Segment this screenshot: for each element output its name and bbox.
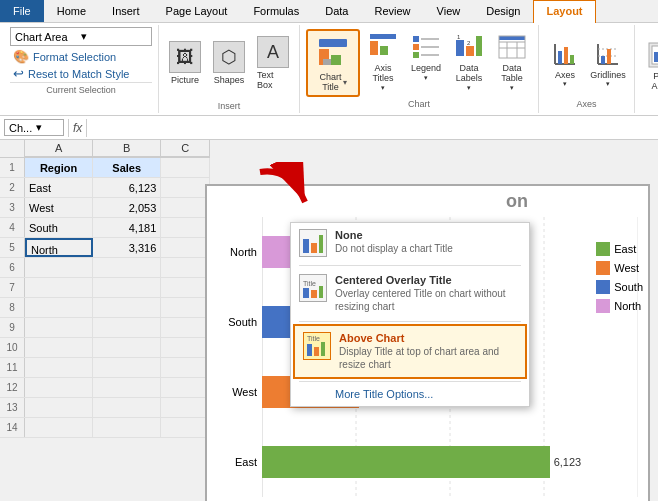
reset-match-style-btn[interactable]: ↩ Reset to Match Style: [10, 65, 152, 82]
formula-bar: Ch... ▾ fx: [0, 116, 658, 140]
axes-btn[interactable]: Axes ▾: [545, 36, 585, 91]
ribbon-content: Chart Area ▾ 🎨 Format Selection ↩ Reset …: [0, 23, 658, 115]
gridlines-btn[interactable]: Gridlines ▾: [588, 36, 628, 91]
cell-b4[interactable]: 4,181: [93, 218, 161, 237]
svg-rect-2: [331, 55, 341, 65]
tab-view[interactable]: View: [424, 0, 474, 22]
legend-item-west: West: [596, 261, 643, 275]
cell-c3[interactable]: [161, 198, 210, 217]
axis-titles-arrow: ▾: [381, 84, 385, 92]
insert-group-label: Insert: [165, 99, 293, 111]
legend-color-west: [596, 261, 610, 275]
tab-page-layout[interactable]: Page Layout: [153, 0, 241, 22]
tab-layout[interactable]: Layout: [533, 0, 595, 23]
plot-area-btn[interactable]: PlotArea ▾: [641, 37, 658, 102]
plot-area-buttons: PlotArea ▾: [641, 29, 658, 109]
tab-home[interactable]: Home: [44, 0, 99, 22]
cell-a5[interactable]: North: [25, 238, 93, 257]
ribbon-tab-bar: File Home Insert Page Layout Formulas Da…: [0, 0, 658, 23]
menu-separator-3: [299, 381, 521, 382]
svg-rect-45: [311, 243, 317, 253]
svg-rect-44: [303, 239, 309, 253]
cell-c4[interactable]: [161, 218, 210, 237]
cell-c1[interactable]: [161, 158, 210, 177]
col-header-c[interactable]: C: [161, 140, 210, 157]
cell-c2[interactable]: [161, 178, 210, 197]
chart-area-dropdown[interactable]: Chart Area ▾: [10, 27, 152, 46]
svg-rect-28: [570, 55, 574, 64]
legend-label-west: West: [614, 262, 639, 274]
cell-c5[interactable]: [161, 238, 210, 257]
data-table-label: DataTable: [501, 64, 523, 84]
textbox-btn[interactable]: A Text Box: [253, 34, 293, 92]
plot-area-label: PlotArea: [651, 72, 658, 92]
none-menu-text: None Do not display a chart Title: [335, 229, 521, 255]
legend-item-east: East: [596, 242, 643, 256]
col-header-a[interactable]: A: [25, 140, 93, 157]
svg-rect-48: [303, 288, 309, 298]
tab-insert[interactable]: Insert: [99, 0, 153, 22]
above-chart-icon: Title: [303, 332, 331, 360]
col-header-b[interactable]: B: [93, 140, 161, 157]
picture-btn[interactable]: 🖼 Picture: [165, 39, 205, 87]
svg-text:2: 2: [467, 40, 471, 46]
bar-east-fill: [262, 446, 550, 478]
formula-input[interactable]: [91, 121, 654, 135]
cell-a2[interactable]: East: [25, 178, 93, 197]
axes-group: Axes ▾ Gridlines ▾ Axes: [539, 25, 635, 113]
tab-file[interactable]: File: [0, 0, 44, 22]
cell-b1[interactable]: Sales: [93, 158, 161, 177]
row-num-header-cell: [0, 140, 25, 157]
axes-arrow: ▾: [563, 80, 567, 88]
svg-rect-4: [370, 34, 396, 39]
row-num-1: 1: [0, 158, 25, 177]
data-labels-label: DataLabels: [456, 64, 483, 84]
row-num-5: 5: [0, 238, 25, 257]
svg-rect-26: [558, 51, 562, 64]
col-headers: A B C: [0, 140, 210, 158]
formula-separator2: [86, 119, 87, 137]
cell-a4[interactable]: South: [25, 218, 93, 237]
format-selection-btn[interactable]: 🎨 Format Selection: [10, 48, 152, 65]
tab-design[interactable]: Design: [473, 0, 533, 22]
y-label-west: West: [217, 386, 262, 398]
legend-icon: [410, 31, 442, 63]
axis-titles-label: AxisTitles: [372, 64, 393, 84]
tab-formulas[interactable]: Formulas: [240, 0, 312, 22]
centered-overlay-icon: Title: [299, 274, 327, 302]
fx-label: fx: [73, 121, 82, 135]
tab-review[interactable]: Review: [361, 0, 423, 22]
gridlines-arrow: ▾: [606, 80, 610, 88]
table-row: 5 North 3,316: [0, 238, 210, 258]
svg-rect-7: [413, 36, 419, 42]
row-num-3: 3: [0, 198, 25, 217]
cell-b5[interactable]: 3,316: [93, 238, 161, 257]
more-title-options[interactable]: More Title Options...: [291, 384, 529, 406]
menu-item-centered-overlay[interactable]: Title Centered Overlay Title Overlay cen…: [291, 268, 529, 319]
svg-rect-54: [321, 342, 325, 356]
none-chart-icon: [299, 229, 327, 257]
spreadsheet: A B C 1 Region Sales 2 East 6,123 3 West…: [0, 140, 210, 501]
data-table-btn[interactable]: DataTable ▾: [492, 29, 532, 94]
chart-title-btn[interactable]: ChartTitle ▾: [306, 29, 360, 97]
dropdown-arrow-icon: ▾: [81, 30, 147, 43]
cell-b3[interactable]: 2,053: [93, 198, 161, 217]
cell-b2[interactable]: 6,123: [93, 178, 161, 197]
menu-item-none[interactable]: None Do not display a chart Title: [291, 223, 529, 263]
tab-data[interactable]: Data: [312, 0, 361, 22]
shapes-btn[interactable]: ⬡ Shapes: [209, 39, 249, 87]
name-box[interactable]: Ch... ▾: [4, 119, 64, 136]
cell-a1[interactable]: Region: [25, 158, 93, 177]
table-row: 1 Region Sales: [0, 158, 210, 178]
data-table-arrow: ▾: [510, 84, 514, 92]
axis-titles-btn[interactable]: AxisTitles ▾: [363, 29, 403, 94]
menu-item-above-chart[interactable]: Title Above Chart Display Title at top o…: [293, 324, 527, 379]
cell-a3[interactable]: West: [25, 198, 93, 217]
svg-rect-52: [307, 344, 312, 356]
data-labels-btn[interactable]: 12 DataLabels ▾: [449, 29, 489, 94]
chart-buttons: ChartTitle ▾ AxisTitles ▾ Legend: [306, 29, 532, 97]
legend-item-south: South: [596, 280, 643, 294]
chart-group-label: Chart: [306, 97, 532, 109]
row-num-2: 2: [0, 178, 25, 197]
legend-btn[interactable]: Legend ▾: [406, 29, 446, 84]
